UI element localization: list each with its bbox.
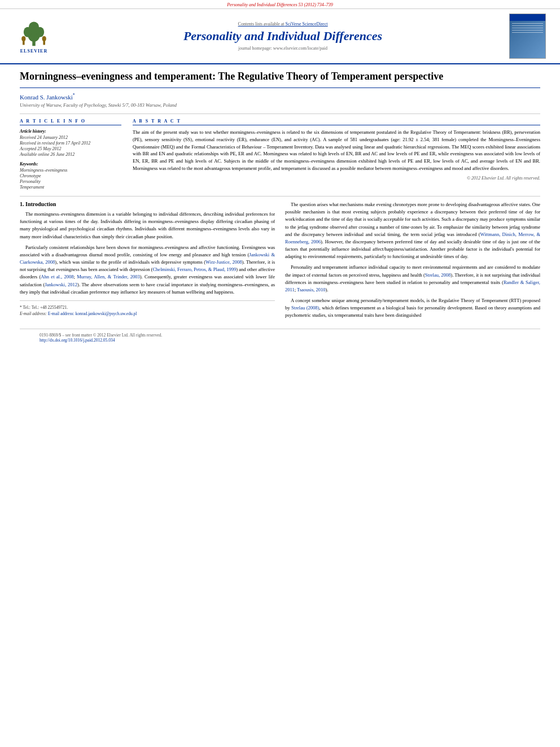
right-para-2: Personality and temperament influence in… bbox=[285, 264, 540, 294]
elsevier-logo: ELSEVIER bbox=[11, 19, 56, 54]
page: Personality and Individual Differences 5… bbox=[0, 0, 560, 747]
received-date: Received 24 January 2012 bbox=[20, 135, 121, 140]
ref-chelminski[interactable]: Chelminski, Ferraro, Petros, & Plaud, 19… bbox=[152, 267, 236, 272]
keyword-1: Morningness–eveningness bbox=[20, 168, 121, 173]
cover-body bbox=[510, 21, 545, 58]
article-info-heading: A R T I C L E I N F O bbox=[20, 119, 121, 125]
issn-line: 0191-8869/$ – see front matter © 2012 El… bbox=[40, 333, 520, 338]
journal-cover-image bbox=[509, 14, 546, 59]
keywords-label: Keywords: bbox=[20, 161, 121, 167]
author-superscript: * bbox=[73, 93, 75, 98]
contents-label: Contents lists available at bbox=[238, 21, 285, 27]
cover-line-3 bbox=[512, 28, 543, 28]
cover-line-5 bbox=[512, 32, 543, 33]
right-para-1: The question arises what mechanisms make… bbox=[285, 201, 540, 260]
journal-cover-image-container bbox=[509, 14, 549, 59]
right-para-3: A concept somehow unique among personali… bbox=[285, 297, 540, 320]
copyright-line: © 2012 Elsevier Ltd. All rights reserved… bbox=[133, 176, 540, 181]
body-content: 1. Introduction The morningness–eveningn… bbox=[20, 201, 540, 323]
divider-1 bbox=[20, 113, 540, 114]
svg-point-4 bbox=[29, 21, 39, 32]
journal-header: ELSEVIER Contents lists available at Sci… bbox=[0, 9, 560, 64]
svg-point-7 bbox=[42, 36, 46, 41]
journal-center: Contents lists available at SciVerse Sci… bbox=[56, 21, 509, 51]
keyword-2: Chronotype bbox=[20, 173, 121, 178]
svg-point-5 bbox=[21, 36, 25, 41]
article-title: Morningness–eveningness and temperament:… bbox=[20, 70, 540, 88]
ref-ahn[interactable]: Ahn et al., 2008 bbox=[41, 274, 73, 279]
article-history-label: Article history: bbox=[20, 129, 121, 134]
keyword-4: Temperament bbox=[20, 185, 121, 190]
ref-strelau-2008[interactable]: Strelau (2008) bbox=[291, 305, 319, 311]
elsevier-logo-container: ELSEVIER bbox=[11, 19, 56, 54]
ref-murray[interactable]: Murray, Allen, & Trinder, 2003 bbox=[77, 274, 139, 279]
footnote-marker: * Tel.: Tel.: +48 225549721. bbox=[20, 304, 275, 311]
cover-line-1 bbox=[512, 23, 543, 24]
introduction-heading: 1. Introduction bbox=[20, 201, 275, 207]
ref-strelau[interactable]: Strelau, 2008 bbox=[425, 272, 450, 278]
footnote-email: E-mail address: E-mail address: konrad.j… bbox=[20, 311, 275, 317]
revised-date: Received in revised form 17 April 2012 bbox=[20, 141, 121, 146]
author-name: Konrad S. Jankowski* bbox=[20, 93, 540, 101]
doi-line[interactable]: http://dx.doi.org/10.1016/j.paid.2012.05… bbox=[40, 338, 520, 343]
info-abstract-section: A R T I C L E I N F O Article history: R… bbox=[20, 119, 540, 190]
cover-line-2 bbox=[512, 25, 543, 26]
abstract-text: The aim of the present study was to test… bbox=[133, 129, 540, 172]
journal-citation: Personality and Individual Differences 5… bbox=[227, 2, 333, 7]
accepted-date: Accepted 25 May 2012 bbox=[20, 146, 121, 151]
cover-stripe bbox=[510, 14, 545, 21]
svg-rect-6 bbox=[23, 41, 25, 45]
elsevier-tree-icon bbox=[17, 19, 51, 47]
intro-para-2: Particularly consistent relationships ha… bbox=[20, 244, 275, 296]
bottom-bar: 0191-8869/$ – see front matter © 2012 El… bbox=[20, 329, 540, 346]
keyword-3: Personality bbox=[20, 179, 121, 184]
ref-tsaousis[interactable]: Tsaousis, 2010 bbox=[297, 287, 325, 292]
journal-homepage: journal homepage: www.elsevier.com/locat… bbox=[56, 46, 509, 51]
cover-lines bbox=[512, 23, 543, 34]
intro-para-1: The morningness–eveningness dimension is… bbox=[20, 211, 275, 241]
keywords-section: Keywords: Morningness–eveningness Chrono… bbox=[20, 161, 121, 190]
divider-2 bbox=[20, 196, 540, 196]
keywords-list: Morningness–eveningness Chronotype Perso… bbox=[20, 168, 121, 190]
ref-jankowski-2012[interactable]: Jankowski, 2012 bbox=[45, 282, 77, 287]
ref-wittmann[interactable]: Wittmann, Dinich, Merrow, & Roenneberg, … bbox=[285, 231, 540, 244]
svg-rect-8 bbox=[43, 41, 45, 45]
author-affiliation: University of Warsaw, Faculty of Psychol… bbox=[20, 102, 540, 108]
journal-citation-bar: Personality and Individual Differences 5… bbox=[0, 0, 560, 9]
available-online-date: Available online 26 June 2012 bbox=[20, 152, 121, 157]
body-left-col: 1. Introduction The morningness–eveningn… bbox=[20, 201, 275, 323]
footnote-section: * Tel.: Tel.: +48 225549721. E-mail addr… bbox=[20, 300, 275, 317]
cover-line-4 bbox=[512, 30, 543, 30]
article-content: Morningness–eveningness and temperament:… bbox=[0, 64, 560, 352]
abstract-heading: A B S T R A C T bbox=[133, 119, 540, 125]
article-info-panel: A R T I C L E I N F O Article history: R… bbox=[20, 119, 121, 190]
ref-wirz-justice[interactable]: Wirz-Justice, 2008 bbox=[205, 259, 242, 265]
sciverse-text[interactable]: SciVerse ScienceDirect bbox=[286, 21, 328, 27]
journal-title: Personality and Individual Differences bbox=[56, 29, 509, 43]
sciverse-link[interactable]: Contents lists available at SciVerse Sci… bbox=[56, 21, 509, 27]
abstract-section: A B S T R A C T The aim of the present s… bbox=[133, 119, 540, 190]
body-right-col: The question arises what mechanisms make… bbox=[285, 201, 540, 323]
elsevier-wordmark: ELSEVIER bbox=[20, 49, 47, 54]
